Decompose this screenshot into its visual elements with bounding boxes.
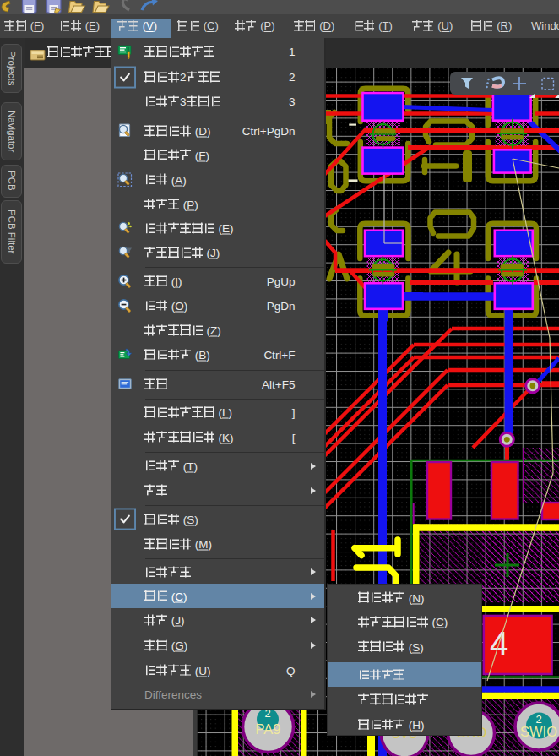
svg-text:PA9: PA9 — [256, 721, 281, 737]
svg-text:SWIO: SWIO — [520, 724, 557, 739]
